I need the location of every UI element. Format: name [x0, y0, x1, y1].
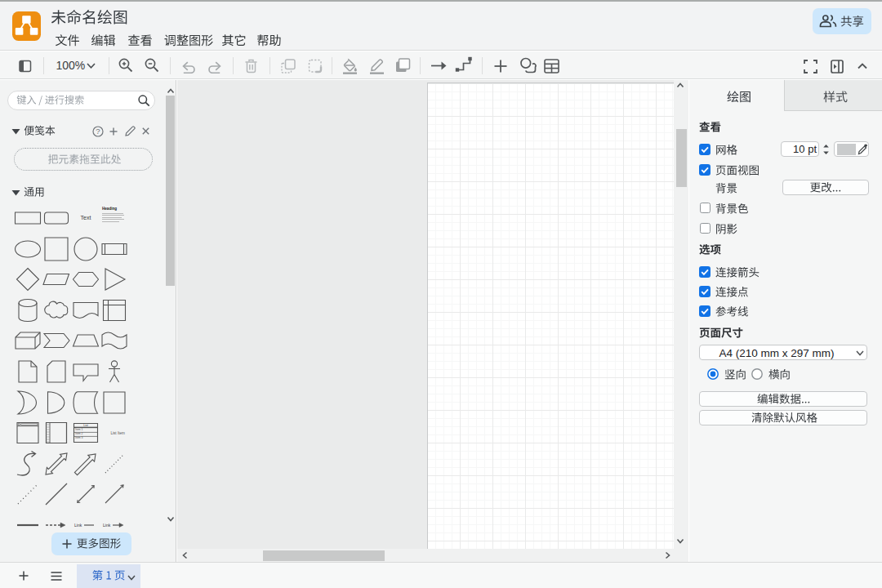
- svg-text:Item 3: Item 3: [75, 436, 83, 439]
- svg-text:Link: Link: [74, 523, 82, 528]
- svg-text:Heading: Heading: [102, 207, 117, 211]
- svg-text:List: List: [83, 424, 88, 427]
- svg-text:Item 1: Item 1: [75, 428, 83, 431]
- svg-text:Item 2: Item 2: [75, 432, 83, 435]
- svg-text:Link: Link: [103, 523, 111, 528]
